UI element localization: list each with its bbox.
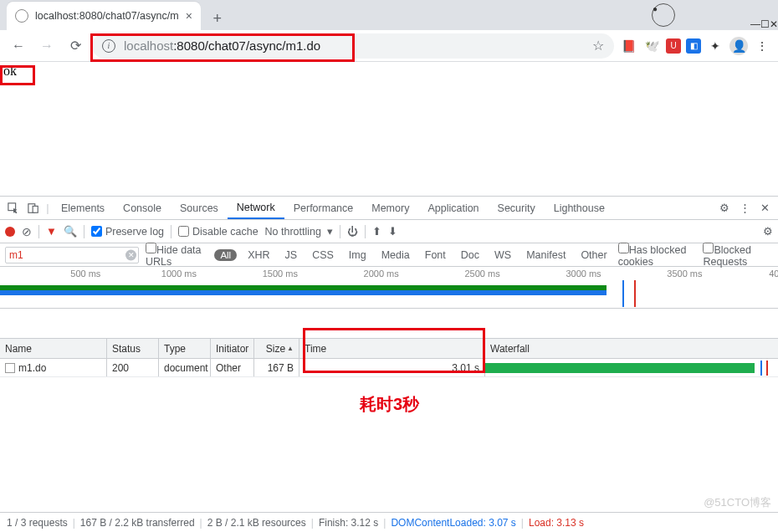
- network-overview[interactable]: 500 ms 1000 ms 1500 ms 2000 ms 2500 ms 3…: [0, 267, 778, 309]
- upload-har-icon[interactable]: ⬆: [372, 225, 381, 238]
- ext-ublock-icon[interactable]: U: [666, 38, 681, 54]
- footer-finish: Finish: 3.12 s: [319, 517, 378, 529]
- filter-other[interactable]: Other: [576, 249, 611, 261]
- url-text: localhost:8080/chat07/async/m1.do: [124, 38, 320, 53]
- footer-resources: 2 B / 2.1 kB resources: [207, 517, 306, 529]
- tab-memory[interactable]: Memory: [362, 197, 418, 219]
- tab-title: localhost:8080/chat07/async/m: [35, 10, 179, 22]
- network-table: Name Status Type Initiator Size▲ Time Wa…: [0, 339, 778, 377]
- filter-all[interactable]: All: [214, 249, 237, 261]
- window-close-button[interactable]: ✕: [770, 18, 778, 30]
- header-type[interactable]: Type: [159, 339, 211, 358]
- tab-console[interactable]: Console: [114, 197, 171, 219]
- network-status-footer: 1 / 3 requests| 167 B / 2.2 kB transferr…: [0, 512, 778, 532]
- chrome-menu-icon[interactable]: ⋮: [753, 37, 771, 55]
- close-tab-icon[interactable]: ×: [186, 9, 192, 23]
- disable-cache-checkbox[interactable]: Disable cache: [178, 226, 258, 238]
- tab-security[interactable]: Security: [489, 197, 545, 219]
- ext-pdf-icon[interactable]: 📕: [619, 37, 637, 55]
- footer-dcl: DOMContentLoaded: 3.07 s: [391, 517, 515, 529]
- filter-font[interactable]: Font: [421, 249, 450, 261]
- blocked-requests-checkbox[interactable]: Blocked Requests: [703, 243, 773, 268]
- address-bar[interactable]: i localhost:8080/chat07/async/m1.do ☆: [92, 33, 614, 59]
- tab-application[interactable]: Application: [418, 197, 488, 219]
- hide-data-urls-checkbox[interactable]: Hide data URLs: [146, 243, 207, 268]
- device-toggle-icon[interactable]: [23, 202, 44, 214]
- window-maximize-button[interactable]: ☐: [760, 18, 770, 30]
- tab-network[interactable]: Network: [228, 197, 284, 219]
- watermark: @51CTO博客: [704, 495, 771, 510]
- tab-elements[interactable]: Elements: [52, 197, 114, 219]
- download-har-icon[interactable]: ⬇: [388, 225, 397, 238]
- preserve-log-checkbox[interactable]: Preserve log: [91, 226, 164, 238]
- header-initiator[interactable]: Initiator: [211, 339, 254, 358]
- filter-img[interactable]: Img: [345, 249, 371, 261]
- record-button[interactable]: [5, 227, 15, 237]
- header-size[interactable]: Size▲: [254, 339, 299, 358]
- header-waterfall[interactable]: Waterfall: [485, 339, 778, 358]
- forward-button[interactable]: →: [35, 34, 59, 58]
- tab-lighthouse[interactable]: Lighthouse: [545, 197, 614, 219]
- footer-requests: 1 / 3 requests: [7, 517, 68, 529]
- table-row[interactable]: m1.do 200 document Other 167 B 3.01 s: [0, 359, 778, 377]
- bookmark-star-icon[interactable]: ☆: [592, 38, 604, 54]
- throttling-select[interactable]: No throttling ▾: [265, 225, 333, 238]
- network-settings-icon[interactable]: ⚙: [763, 225, 773, 238]
- page-content: ok: [0, 62, 778, 196]
- devtools-menu-icon[interactable]: ⋮: [734, 202, 755, 214]
- devtools-close-icon[interactable]: ✕: [755, 202, 775, 214]
- clear-filter-icon[interactable]: ✕: [125, 249, 136, 260]
- network-controls: ⊘ ▼ 🔍 Preserve log Disable cache No thro…: [0, 220, 778, 243]
- browser-tab[interactable]: localhost:8080/chat07/async/m ×: [7, 2, 201, 30]
- browser-toolbar: ← → ⟳ i localhost:8080/chat07/async/m1.d…: [0, 30, 778, 62]
- back-button[interactable]: ←: [7, 34, 30, 58]
- footer-load: Load: 3.13 s: [529, 517, 584, 529]
- reload-button[interactable]: ⟳: [64, 34, 87, 58]
- devtools-settings-icon[interactable]: ⚙: [714, 202, 734, 214]
- tab-strip: localhost:8080/chat07/async/m × + ● — ☐ …: [0, 0, 778, 30]
- filter-xhr[interactable]: XHR: [243, 249, 274, 261]
- filter-css[interactable]: CSS: [308, 249, 338, 261]
- has-blocked-cookies-checkbox[interactable]: Has blocked cookies: [618, 243, 697, 268]
- filter-input[interactable]: [5, 247, 139, 263]
- new-tab-button[interactable]: +: [206, 7, 229, 30]
- window-minimize-button[interactable]: —: [750, 18, 760, 30]
- svg-rect-2: [33, 206, 38, 212]
- filter-js[interactable]: JS: [281, 249, 302, 261]
- overview-gap: [0, 309, 778, 339]
- tab-sources[interactable]: Sources: [171, 197, 228, 219]
- globe-icon: [15, 9, 28, 23]
- header-time[interactable]: Time: [299, 339, 485, 358]
- clear-button[interactable]: ⊘: [22, 225, 32, 238]
- table-header: Name Status Type Initiator Size▲ Time Wa…: [0, 339, 778, 359]
- network-filter-bar: ✕ Hide data URLs All XHR JS CSS Img Medi…: [0, 243, 778, 267]
- window-account-icon[interactable]: ●: [652, 3, 675, 27]
- annotation-text: 耗时3秒: [360, 393, 419, 416]
- search-icon[interactable]: 🔍: [64, 225, 77, 238]
- filter-doc[interactable]: Doc: [457, 249, 484, 261]
- header-status[interactable]: Status: [107, 339, 159, 358]
- header-name[interactable]: Name: [0, 339, 107, 358]
- devtools-panel: | Elements Console Sources Network Perfo…: [0, 196, 778, 505]
- page-text: ok: [3, 64, 17, 78]
- extensions-puzzle-icon[interactable]: ✦: [706, 37, 724, 55]
- inspect-element-icon[interactable]: [3, 202, 23, 214]
- file-icon: [5, 363, 15, 373]
- filter-manifest[interactable]: Manifest: [522, 249, 570, 261]
- ext-bird-icon[interactable]: 🕊️: [642, 37, 661, 55]
- filter-media[interactable]: Media: [377, 249, 414, 261]
- profile-avatar-icon[interactable]: 👤: [729, 37, 748, 55]
- devtools-tabs: | Elements Console Sources Network Perfo…: [0, 197, 778, 220]
- site-info-icon[interactable]: i: [102, 39, 115, 53]
- wifi-icon[interactable]: ⏻: [347, 226, 358, 238]
- footer-transferred: 167 B / 2.2 kB transferred: [80, 517, 195, 529]
- filter-ws[interactable]: WS: [490, 249, 515, 261]
- filter-toggle-icon[interactable]: ▼: [46, 225, 57, 238]
- tab-performance[interactable]: Performance: [284, 197, 363, 219]
- ext-square-icon[interactable]: ◧: [686, 38, 701, 54]
